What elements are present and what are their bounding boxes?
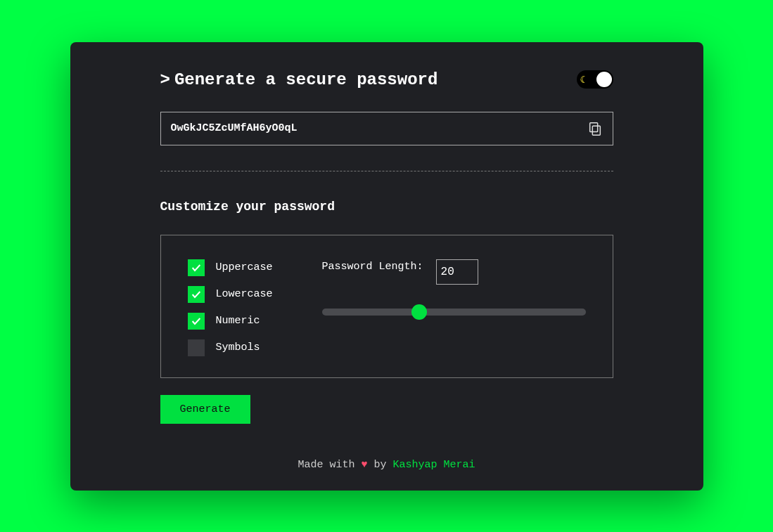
- checkbox-label: Lowercase: [216, 288, 273, 300]
- svg-rect-0: [592, 126, 600, 135]
- page-title: >Generate a secure password: [160, 70, 438, 89]
- checkbox-box: [188, 259, 205, 276]
- checkbox-symbols[interactable]: Symbols: [188, 339, 273, 356]
- checkbox-label: Symbols: [216, 342, 260, 353]
- options-box: Uppercase Lowercase Numeric Symbols Pass…: [160, 235, 613, 378]
- title-prompt: >: [160, 70, 170, 89]
- checkbox-box: [188, 313, 205, 330]
- checkbox-box: [188, 339, 205, 356]
- footer-author-link[interactable]: Kashyap Merai: [393, 459, 475, 471]
- theme-toggle[interactable]: ☾: [577, 70, 613, 89]
- header: >Generate a secure password ☾: [160, 70, 613, 89]
- checkbox-box: [188, 286, 205, 303]
- length-input[interactable]: [436, 259, 478, 285]
- length-section: Password Length:: [322, 259, 586, 356]
- checkbox-label: Uppercase: [216, 261, 273, 273]
- generate-button[interactable]: Generate: [160, 395, 250, 424]
- slider-thumb[interactable]: [411, 304, 427, 320]
- title-text: Generate a secure password: [174, 70, 437, 89]
- checkbox-uppercase[interactable]: Uppercase: [188, 259, 273, 276]
- app-card: >Generate a secure password ☾ OwGkJC5ZcU…: [70, 42, 703, 491]
- length-slider[interactable]: [322, 309, 586, 316]
- checkbox-label: Numeric: [216, 315, 260, 327]
- customize-title: Customize your password: [160, 200, 613, 214]
- svg-rect-1: [589, 122, 597, 131]
- footer: Made with ♥ by Kashyap Merai: [160, 459, 613, 471]
- checkbox-numeric[interactable]: Numeric: [188, 313, 273, 330]
- password-output: OwGkJC5ZcUMfAH6yO0qL: [160, 112, 613, 145]
- moon-icon: ☾: [580, 74, 586, 86]
- length-row: Password Length:: [322, 259, 586, 285]
- copy-icon[interactable]: [587, 121, 603, 136]
- toggle-knob: [596, 72, 612, 87]
- checkbox-lowercase[interactable]: Lowercase: [188, 286, 273, 303]
- checkbox-group: Uppercase Lowercase Numeric Symbols: [188, 259, 273, 356]
- footer-prefix: Made with: [298, 459, 361, 471]
- generated-password: OwGkJC5ZcUMfAH6yO0qL: [171, 122, 298, 134]
- divider: [160, 171, 613, 171]
- length-label: Password Length:: [322, 259, 423, 275]
- footer-by: by: [367, 459, 392, 471]
